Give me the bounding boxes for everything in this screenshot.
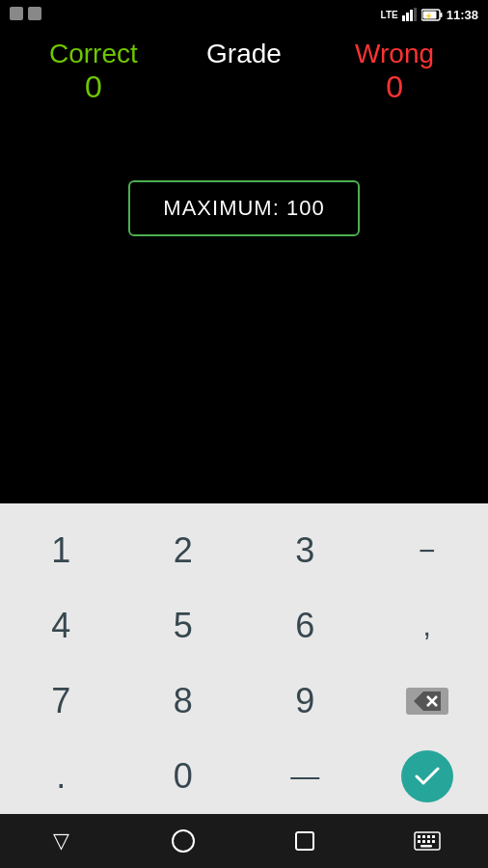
key-2-button[interactable]: 2 [122,513,245,588]
svg-rect-0 [402,15,405,21]
backspace-icon [406,688,448,715]
key-underscore-button[interactable]: — [244,739,366,814]
equation-area: (-50) + 35 = [0,144,488,161]
svg-rect-5 [440,13,442,17]
battery-icon: ⚡ [421,9,443,21]
key-5-button[interactable]: 5 [122,588,245,664]
svg-rect-14 [418,835,420,838]
svg-rect-12 [296,832,313,850]
correct-section: Correct 0 [19,39,168,105]
android-icon [28,7,41,20]
time-display: 11:38 [447,8,478,22]
svg-rect-22 [420,845,432,848]
correct-label: Correct [49,39,138,69]
grade-label: Grade [206,39,282,69]
svg-rect-3 [414,8,417,21]
home-button[interactable] [159,822,207,860]
svg-point-11 [173,830,194,852]
back-icon: ▽ [53,828,69,854]
signal-icon [402,8,418,21]
score-row: Correct 0 Grade Wrong 0 [0,39,488,105]
wrong-section: Wrong 0 [320,39,469,105]
grade-section: Grade [170,39,318,69]
svg-rect-2 [410,10,413,21]
key-backspace-button[interactable] [366,664,489,739]
status-icons: LTE ⚡ 11:38 [381,8,478,22]
svg-marker-8 [414,692,441,711]
key-comma-button[interactable]: , [366,588,489,664]
key-7-button[interactable]: 7 [0,664,122,739]
wrong-count: 0 [386,69,403,105]
keyboard-button[interactable] [403,822,451,860]
key-4-button[interactable]: 4 [0,588,122,664]
keypad-area: 1 2 3 − 4 5 6 , 7 8 9 . 0 — [0,503,488,814]
key-0-button[interactable]: 0 [122,739,245,814]
svg-text:⚡: ⚡ [424,12,433,20]
key-submit-button[interactable] [366,739,489,814]
svg-rect-21 [432,840,435,843]
back-button[interactable]: ▽ [37,822,85,860]
key-minus-button[interactable]: − [366,513,489,588]
key-3-button[interactable]: 3 [244,513,366,588]
svg-rect-17 [432,835,435,838]
svg-rect-18 [418,840,420,843]
key-6-button[interactable]: 6 [244,588,366,664]
submit-circle [401,750,453,802]
svg-rect-20 [427,840,430,843]
msg-icon [10,7,23,20]
answer-display: MAXIMUM: 100 [163,196,324,220]
notification-icons [10,7,41,20]
answer-input-box[interactable]: MAXIMUM: 100 [128,180,360,236]
recent-button[interactable] [281,822,329,860]
nav-bar: ▽ [0,814,488,868]
svg-rect-15 [422,835,425,838]
svg-rect-16 [427,835,430,838]
backspace-svg [414,692,441,711]
svg-rect-19 [422,840,425,843]
status-bar: LTE ⚡ 11:38 [0,0,488,29]
recent-square-icon [294,830,315,852]
keypad-grid: 1 2 3 − 4 5 6 , 7 8 9 . 0 — [0,513,488,814]
app-header: Correct 0 Grade Wrong 0 (-50) + 35 = MAX… [0,29,488,503]
key-9-button[interactable]: 9 [244,664,366,739]
correct-count: 0 [85,69,102,105]
key-8-button[interactable]: 8 [122,664,245,739]
checkmark-icon [415,767,440,786]
home-circle-icon [171,828,196,854]
svg-rect-1 [406,13,409,21]
lte-icon: LTE [381,10,398,20]
key-dot-button[interactable]: . [0,739,122,814]
wrong-label: Wrong [355,39,434,69]
key-1-button[interactable]: 1 [0,513,122,588]
keyboard-icon [414,831,441,851]
equation-text: (-50) + 35 = [29,144,110,160]
